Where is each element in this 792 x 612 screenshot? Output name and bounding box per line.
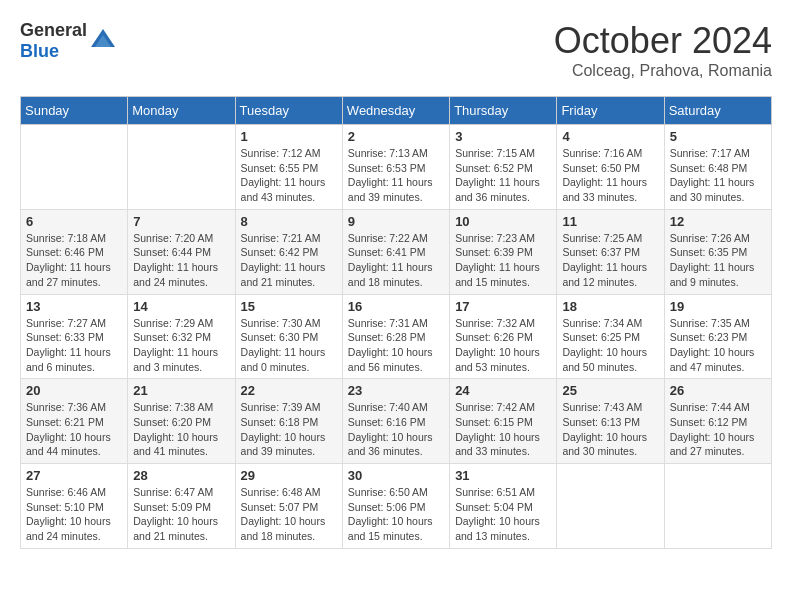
day-info: Sunrise: 7:13 AM Sunset: 6:53 PM Dayligh… [348,146,444,205]
day-number: 21 [133,383,229,398]
weekday-header: Sunday [21,97,128,125]
weekday-header: Tuesday [235,97,342,125]
day-number: 31 [455,468,551,483]
day-info: Sunrise: 7:30 AM Sunset: 6:30 PM Dayligh… [241,316,337,375]
day-number: 10 [455,214,551,229]
calendar-cell: 11Sunrise: 7:25 AM Sunset: 6:37 PM Dayli… [557,209,664,294]
day-info: Sunrise: 7:27 AM Sunset: 6:33 PM Dayligh… [26,316,122,375]
day-number: 1 [241,129,337,144]
calendar-week-row: 27Sunrise: 6:46 AM Sunset: 5:10 PM Dayli… [21,464,772,549]
day-number: 23 [348,383,444,398]
day-info: Sunrise: 6:50 AM Sunset: 5:06 PM Dayligh… [348,485,444,544]
weekday-header: Friday [557,97,664,125]
calendar-week-row: 20Sunrise: 7:36 AM Sunset: 6:21 PM Dayli… [21,379,772,464]
calendar-cell: 31Sunrise: 6:51 AM Sunset: 5:04 PM Dayli… [450,464,557,549]
day-info: Sunrise: 7:20 AM Sunset: 6:44 PM Dayligh… [133,231,229,290]
calendar-cell: 24Sunrise: 7:42 AM Sunset: 6:15 PM Dayli… [450,379,557,464]
calendar-cell: 12Sunrise: 7:26 AM Sunset: 6:35 PM Dayli… [664,209,771,294]
calendar-cell: 14Sunrise: 7:29 AM Sunset: 6:32 PM Dayli… [128,294,235,379]
day-info: Sunrise: 7:21 AM Sunset: 6:42 PM Dayligh… [241,231,337,290]
calendar-cell: 16Sunrise: 7:31 AM Sunset: 6:28 PM Dayli… [342,294,449,379]
location-title: Colceag, Prahova, Romania [554,62,772,80]
day-number: 30 [348,468,444,483]
calendar-cell [128,125,235,210]
calendar-cell: 30Sunrise: 6:50 AM Sunset: 5:06 PM Dayli… [342,464,449,549]
day-number: 5 [670,129,766,144]
month-title: October 2024 [554,20,772,62]
calendar-cell: 26Sunrise: 7:44 AM Sunset: 6:12 PM Dayli… [664,379,771,464]
day-number: 13 [26,299,122,314]
logo-general: General [20,20,87,40]
weekday-header: Thursday [450,97,557,125]
calendar-header-row: SundayMondayTuesdayWednesdayThursdayFrid… [21,97,772,125]
day-info: Sunrise: 7:39 AM Sunset: 6:18 PM Dayligh… [241,400,337,459]
day-number: 11 [562,214,658,229]
weekday-header: Monday [128,97,235,125]
calendar-cell: 22Sunrise: 7:39 AM Sunset: 6:18 PM Dayli… [235,379,342,464]
day-number: 6 [26,214,122,229]
day-info: Sunrise: 7:25 AM Sunset: 6:37 PM Dayligh… [562,231,658,290]
day-info: Sunrise: 7:29 AM Sunset: 6:32 PM Dayligh… [133,316,229,375]
day-number: 22 [241,383,337,398]
calendar-cell: 3Sunrise: 7:15 AM Sunset: 6:52 PM Daylig… [450,125,557,210]
calendar-cell: 10Sunrise: 7:23 AM Sunset: 6:39 PM Dayli… [450,209,557,294]
day-info: Sunrise: 7:15 AM Sunset: 6:52 PM Dayligh… [455,146,551,205]
calendar-cell: 15Sunrise: 7:30 AM Sunset: 6:30 PM Dayli… [235,294,342,379]
calendar-week-row: 1Sunrise: 7:12 AM Sunset: 6:55 PM Daylig… [21,125,772,210]
weekday-header: Wednesday [342,97,449,125]
day-info: Sunrise: 7:35 AM Sunset: 6:23 PM Dayligh… [670,316,766,375]
day-info: Sunrise: 6:51 AM Sunset: 5:04 PM Dayligh… [455,485,551,544]
calendar-cell [557,464,664,549]
logo-icon [89,27,117,55]
calendar-cell: 21Sunrise: 7:38 AM Sunset: 6:20 PM Dayli… [128,379,235,464]
calendar-cell: 7Sunrise: 7:20 AM Sunset: 6:44 PM Daylig… [128,209,235,294]
day-number: 24 [455,383,551,398]
day-number: 7 [133,214,229,229]
logo-blue: Blue [20,41,59,61]
calendar-cell: 2Sunrise: 7:13 AM Sunset: 6:53 PM Daylig… [342,125,449,210]
calendar-cell [21,125,128,210]
calendar-table: SundayMondayTuesdayWednesdayThursdayFrid… [20,96,772,549]
day-number: 9 [348,214,444,229]
day-number: 4 [562,129,658,144]
calendar-cell: 29Sunrise: 6:48 AM Sunset: 5:07 PM Dayli… [235,464,342,549]
calendar-cell: 28Sunrise: 6:47 AM Sunset: 5:09 PM Dayli… [128,464,235,549]
day-number: 19 [670,299,766,314]
calendar-cell: 1Sunrise: 7:12 AM Sunset: 6:55 PM Daylig… [235,125,342,210]
calendar-cell: 23Sunrise: 7:40 AM Sunset: 6:16 PM Dayli… [342,379,449,464]
calendar-cell: 17Sunrise: 7:32 AM Sunset: 6:26 PM Dayli… [450,294,557,379]
day-info: Sunrise: 7:12 AM Sunset: 6:55 PM Dayligh… [241,146,337,205]
calendar-cell: 20Sunrise: 7:36 AM Sunset: 6:21 PM Dayli… [21,379,128,464]
day-info: Sunrise: 7:34 AM Sunset: 6:25 PM Dayligh… [562,316,658,375]
day-number: 28 [133,468,229,483]
day-number: 17 [455,299,551,314]
day-info: Sunrise: 7:38 AM Sunset: 6:20 PM Dayligh… [133,400,229,459]
day-info: Sunrise: 7:43 AM Sunset: 6:13 PM Dayligh… [562,400,658,459]
day-info: Sunrise: 7:31 AM Sunset: 6:28 PM Dayligh… [348,316,444,375]
day-info: Sunrise: 7:32 AM Sunset: 6:26 PM Dayligh… [455,316,551,375]
day-number: 2 [348,129,444,144]
day-info: Sunrise: 7:22 AM Sunset: 6:41 PM Dayligh… [348,231,444,290]
day-number: 12 [670,214,766,229]
calendar-cell: 27Sunrise: 6:46 AM Sunset: 5:10 PM Dayli… [21,464,128,549]
day-number: 14 [133,299,229,314]
day-number: 3 [455,129,551,144]
calendar-week-row: 6Sunrise: 7:18 AM Sunset: 6:46 PM Daylig… [21,209,772,294]
day-info: Sunrise: 6:48 AM Sunset: 5:07 PM Dayligh… [241,485,337,544]
day-info: Sunrise: 7:40 AM Sunset: 6:16 PM Dayligh… [348,400,444,459]
day-info: Sunrise: 7:17 AM Sunset: 6:48 PM Dayligh… [670,146,766,205]
day-number: 18 [562,299,658,314]
day-number: 27 [26,468,122,483]
calendar-cell [664,464,771,549]
calendar-cell: 19Sunrise: 7:35 AM Sunset: 6:23 PM Dayli… [664,294,771,379]
day-info: Sunrise: 7:23 AM Sunset: 6:39 PM Dayligh… [455,231,551,290]
day-info: Sunrise: 7:44 AM Sunset: 6:12 PM Dayligh… [670,400,766,459]
calendar-cell: 13Sunrise: 7:27 AM Sunset: 6:33 PM Dayli… [21,294,128,379]
calendar-cell: 8Sunrise: 7:21 AM Sunset: 6:42 PM Daylig… [235,209,342,294]
day-info: Sunrise: 6:47 AM Sunset: 5:09 PM Dayligh… [133,485,229,544]
calendar-cell: 18Sunrise: 7:34 AM Sunset: 6:25 PM Dayli… [557,294,664,379]
day-number: 20 [26,383,122,398]
calendar-week-row: 13Sunrise: 7:27 AM Sunset: 6:33 PM Dayli… [21,294,772,379]
day-info: Sunrise: 7:18 AM Sunset: 6:46 PM Dayligh… [26,231,122,290]
logo: General Blue [20,20,117,62]
